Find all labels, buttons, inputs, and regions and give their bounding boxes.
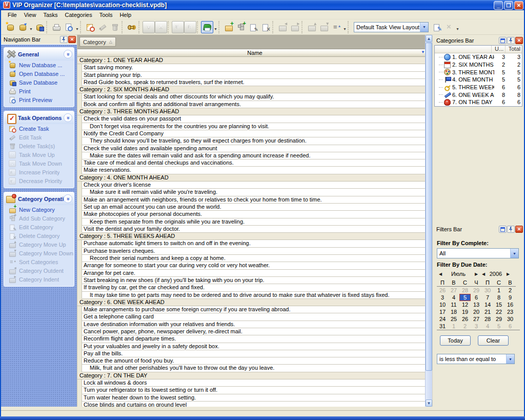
task-row[interactable]: Make sure it will remain valid while you…: [82, 189, 425, 196]
chevron-down-icon[interactable]: ▼: [420, 23, 428, 32]
edit-category-button[interactable]: [247, 21, 259, 33]
unread-column-header[interactable]: U...: [491, 46, 505, 53]
task-row[interactable]: Purchase travelers cheques.: [82, 248, 425, 255]
delete-category-button[interactable]: [259, 21, 272, 33]
calendar-day[interactable]: 9: [504, 294, 516, 301]
category-item[interactable]: 5. THREE WEEKS AHEAD66: [435, 84, 522, 91]
task-row[interactable]: Record their serial numbers and keep a c…: [82, 255, 425, 262]
nav-section-header[interactable]: General«: [4, 48, 74, 61]
calendar-day[interactable]: 8: [493, 294, 504, 301]
task-row[interactable]: Make arrangements to purchase some forei…: [82, 306, 425, 313]
window-mode-icon[interactable]: [499, 37, 507, 44]
create-task-button[interactable]: [84, 21, 96, 33]
menu-tasks[interactable]: Tasks: [39, 11, 61, 19]
close-icon[interactable]: ✕: [515, 37, 523, 44]
nav-item-open-database[interactable]: Open Database ...: [4, 69, 74, 78]
category-group-row[interactable]: Category : 2. SIX MONTHS AHEAD: [77, 86, 425, 93]
category-group-row[interactable]: Category : 1. ONE YEAR AHEAD: [77, 57, 425, 64]
nav-section-header[interactable]: Task Operations«: [4, 111, 74, 124]
new-database-button[interactable]: [4, 21, 16, 33]
nav-item-print-preview[interactable]: Print Preview: [4, 95, 74, 104]
calendar-day[interactable]: 26: [459, 315, 471, 323]
calendar-day[interactable]: 28: [482, 315, 493, 323]
chevron-down-icon[interactable]: ▼: [213, 22, 218, 33]
task-row[interactable]: If traveling by car, get the car checked…: [82, 284, 425, 291]
calendar-day[interactable]: 1: [493, 287, 504, 294]
task-row[interactable]: Make an arrangement with neighbors, frie…: [82, 196, 425, 204]
chevron-down-icon[interactable]: ▼: [75, 22, 79, 33]
menu-file[interactable]: File: [4, 11, 21, 19]
task-row[interactable]: Cancel power, paper, phone, newspaper de…: [82, 328, 425, 335]
calendar-day[interactable]: 20: [471, 308, 482, 315]
scroll-up-icon[interactable]: ▲: [426, 35, 432, 42]
calendar-day[interactable]: 28: [459, 287, 471, 294]
menu-tools[interactable]: Tools: [96, 11, 116, 19]
calendar-day[interactable]: 12: [459, 301, 471, 308]
task-row[interactable]: Set up an email account you can use arou…: [82, 204, 425, 211]
calendar-day[interactable]: 4: [482, 323, 493, 330]
sort-categories-button[interactable]: [330, 21, 342, 33]
vertical-scrollbar[interactable]: ▲ ▼: [425, 35, 432, 407]
calendar-day[interactable]: 25: [448, 315, 459, 323]
calendar-day[interactable]: 6: [471, 294, 482, 301]
task-row[interactable]: Keep them separate from the originals wh…: [82, 218, 425, 226]
chevron-down-icon[interactable]: ▼: [510, 249, 518, 258]
category-group-row[interactable]: Category : 3. THREE MONTHS AHEAD: [77, 108, 425, 115]
new-category-button[interactable]: [223, 21, 235, 33]
calendar-day[interactable]: 3: [471, 323, 482, 330]
task-row[interactable]: Read Guide books, speak to returned trav…: [82, 79, 425, 86]
task-row[interactable]: Check your driver's license: [82, 182, 425, 189]
find-tasks-button[interactable]: [126, 21, 138, 33]
calendar-day[interactable]: 30: [504, 315, 516, 323]
task-row[interactable]: It may take time to get parts may need t…: [82, 292, 425, 299]
calendar-day[interactable]: 18: [448, 308, 459, 315]
task-row[interactable]: Leave destination information with your …: [82, 321, 425, 328]
complete-filter-select[interactable]: All ▼: [437, 248, 519, 258]
task-row[interactable]: Don't forget visa requirements for the c…: [82, 123, 425, 130]
add-sub-category-button[interactable]: [235, 21, 247, 33]
task-row[interactable]: Pay all the bills.: [82, 350, 425, 357]
collapse-button[interactable]: «: [64, 194, 72, 203]
menu-help[interactable]: Help: [116, 11, 135, 19]
name-column-header[interactable]: Name ▼: [77, 49, 432, 57]
restore-button[interactable]: ❐: [504, 1, 513, 10]
due-date-condition-select[interactable]: is less than or equal to ▼: [437, 354, 515, 364]
chevron-down-icon[interactable]: ▼: [506, 354, 514, 364]
task-row[interactable]: Start saving money.: [82, 64, 425, 71]
calendar-day[interactable]: 22: [493, 308, 504, 315]
calendar-day[interactable]: 15: [493, 301, 504, 308]
menu-categories[interactable]: Categories: [62, 11, 96, 19]
task-row[interactable]: Reduce the amount of food you buy.: [82, 357, 425, 365]
calendar-day[interactable]: 5: [493, 323, 504, 330]
collapse-button[interactable]: «: [64, 50, 72, 58]
calendar-day[interactable]: 29: [471, 287, 482, 294]
task-row[interactable]: Lock all windows & doors: [82, 379, 425, 387]
calendar-day[interactable]: 6: [504, 323, 516, 330]
calendar-day[interactable]: 26: [437, 287, 448, 294]
task-row[interactable]: Visit the dentist and your family doctor…: [82, 226, 425, 233]
calendar-day[interactable]: 27: [448, 287, 459, 294]
task-row[interactable]: Put your valuables and jewelry in a safe…: [82, 343, 425, 350]
calendar-day[interactable]: 23: [504, 308, 516, 315]
task-row[interactable]: Check the valid dates and available spen…: [82, 145, 425, 152]
next-month-icon[interactable]: ▶: [473, 272, 480, 276]
calendar-day[interactable]: 13: [471, 301, 482, 308]
today-button[interactable]: Today: [440, 335, 471, 346]
close-button[interactable]: ✕: [514, 1, 523, 10]
pin-icon[interactable]: [60, 36, 68, 43]
task-row[interactable]: They should know you'll be traveling, so…: [82, 137, 425, 145]
prev-year-icon[interactable]: ◀: [480, 272, 487, 276]
task-row[interactable]: Start looking for special deals and othe…: [82, 93, 425, 101]
category-item[interactable]: 1. ONE YEAR AHEAD33: [435, 53, 522, 61]
close-icon[interactable]: ✕: [515, 226, 523, 233]
next-year-icon[interactable]: ▶: [504, 272, 512, 276]
task-row[interactable]: Start planning your trip.: [82, 72, 425, 79]
group-by-category-button[interactable]: Category △: [79, 37, 116, 47]
task-row[interactable]: Milk, fruit and other perishables you'll…: [82, 365, 425, 372]
scroll-down-icon[interactable]: ▼: [426, 399, 432, 407]
nav-item-save-database[interactable]: Save Database: [4, 78, 74, 87]
task-row[interactable]: Get a telephone calling card: [82, 313, 425, 321]
total-column-header[interactable]: Total: [505, 46, 522, 53]
task-row[interactable]: Purchase automatic light timers to switc…: [82, 240, 425, 247]
chevron-down-icon[interactable]: ▼: [455, 22, 460, 33]
